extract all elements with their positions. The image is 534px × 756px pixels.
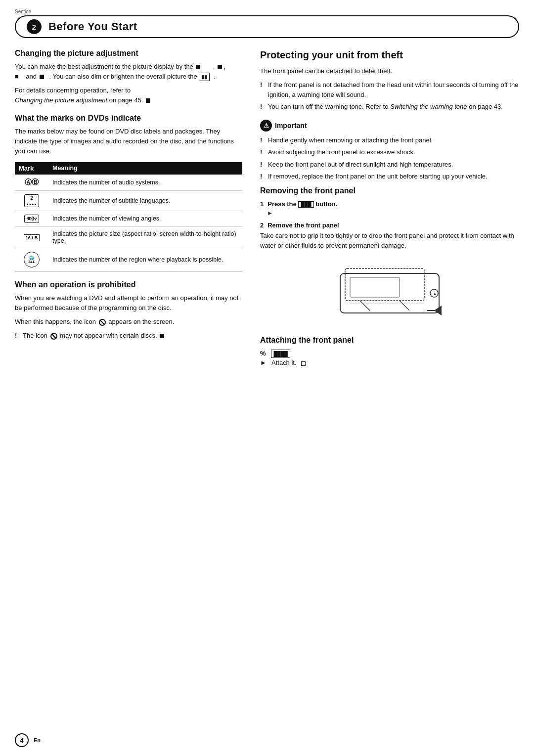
prohibited-title: When an operation is prohibited (15, 280, 242, 289)
col-header-meaning: Meaning (48, 162, 242, 175)
protecting-body: The front panel can be detached to deter… (260, 66, 519, 76)
aspect-icon: 16 LB (24, 234, 40, 241)
mark-audio: ⒶⒷ (15, 175, 48, 191)
important-icon: ⚠ (260, 120, 272, 132)
step-2: 2 Remove the front panel Take care not t… (260, 222, 519, 251)
release-button-icon: ███ (298, 201, 313, 208)
attaching-step-label: % (260, 350, 266, 357)
audio-icon: ⒶⒷ (25, 178, 39, 187)
svg-line-4 (360, 301, 370, 311)
step-2-num: 2 (260, 222, 264, 229)
important-bullets: Handle gently when removing or attaching… (260, 135, 519, 181)
attach-button-icon: ████ (271, 350, 290, 358)
marks-title: What the marks on DVDs indicate (15, 114, 242, 123)
important-label: Important (275, 122, 307, 130)
step-2-text: Remove the front panel (267, 222, 339, 229)
step-1: 1 Press the ███ button. ► (260, 200, 519, 217)
removing-title: Removing the front panel (260, 186, 519, 195)
step-1-sub: ► (260, 210, 519, 217)
table-row: 🌍ALL Indicates the number of the region … (15, 248, 242, 271)
list-item: The icon may not appear with certain dis… (15, 331, 242, 341)
prohibited-notes: The icon may not appear with certain dis… (15, 331, 242, 341)
changing-picture-body: You can make the best adjustment to the … (15, 62, 242, 82)
section-title: Before You Start (48, 20, 137, 33)
table-row: 2●●●● Indicates the number of subtitle l… (15, 190, 242, 211)
svg-text:▲: ▲ (433, 291, 437, 296)
protecting-bullets: If the front panel is not detached from … (260, 80, 519, 112)
attaching-step: % ████ ► Attach it. (260, 349, 519, 368)
marks-section: What the marks on DVDs indicate The mark… (15, 114, 242, 271)
region-icon: 🌍ALL (24, 252, 40, 267)
attaching-section: Attaching the front panel % ████ ► Attac… (260, 336, 519, 368)
page-language-label: En (34, 737, 41, 743)
changing-picture-section: Changing the picture adjustment You can … (15, 49, 242, 106)
svg-line-1 (52, 334, 56, 338)
no-sign-icon (99, 319, 106, 326)
section-number: 2 (27, 19, 42, 34)
meaning-audio: Indicates the number of audio systems. (48, 175, 242, 191)
section-header: 2 Before You Start (15, 15, 519, 38)
meaning-aspect: Indicates the picture size (aspect ratio… (48, 226, 242, 248)
prohibited-body2: When this happens, the icon appears on t… (15, 317, 242, 327)
left-column: Changing the picture adjustment You can … (15, 49, 242, 376)
ctrl-icon-5: ▮▮ (199, 73, 210, 82)
protecting-title: Protecting your unit from theft (260, 49, 519, 61)
prohibited-body1: When you are watching a DVD and attempt … (15, 293, 242, 313)
ctrl-icon-1 (196, 65, 200, 69)
svg-line-5 (400, 301, 409, 311)
two-column-layout: Changing the picture adjustment You can … (15, 49, 519, 376)
attaching-step-2: ► Attach it. (260, 359, 306, 366)
mark-angle: 👁3▿ (15, 211, 48, 226)
removing-section: Removing the front panel 1 Press the ███… (260, 186, 519, 328)
list-item: Avoid subjecting the front panel to exce… (260, 147, 519, 157)
list-item: Handle gently when removing or attaching… (260, 135, 519, 145)
device-illustration: ▲ (320, 259, 459, 328)
end-mark-2 (160, 334, 164, 338)
table-row: 👁3▿ Indicates the number of viewing angl… (15, 211, 242, 226)
col-header-mark: Mark (15, 162, 48, 175)
end-mark-3 (301, 361, 306, 366)
end-mark-1 (146, 98, 150, 103)
right-column: Protecting your unit from theft The fron… (260, 49, 519, 376)
list-item: Keep the front panel out of direct sunli… (260, 160, 519, 170)
angle-icon: 👁3▿ (24, 215, 40, 223)
ctrl-icon-4 (40, 75, 44, 79)
ctrl-icon-2 (218, 65, 222, 69)
important-box: ⚠ Important Handle gently when removing … (260, 120, 519, 181)
meaning-subtitle: Indicates the number of subtitle languag… (48, 190, 242, 211)
list-item: If removed, replace the front panel on t… (260, 172, 519, 181)
switching-ref: Switching the warning tone (390, 103, 467, 110)
list-item: If the front panel is not detached from … (260, 80, 519, 99)
meaning-angle: Indicates the number of viewing angles. (48, 211, 242, 226)
removing-body: Take care not to grip it too tightly or … (260, 231, 519, 251)
protecting-section: Protecting your unit from theft The fron… (260, 49, 519, 112)
step-1-num: 1 (260, 200, 264, 208)
meaning-region: Indicates the number of the region where… (48, 248, 242, 271)
svg-line-0 (100, 320, 104, 324)
page-footer: 4 En (15, 733, 41, 747)
mark-region: 🌍ALL (15, 248, 48, 271)
marks-description: The marks below may be found on DVD disc… (15, 127, 242, 156)
changing-picture-italic-ref: Changing the picture adjustment (15, 96, 107, 104)
mark-subtitle: 2●●●● (15, 190, 48, 211)
page-wrapper: Section 2 Before You Start Changing the … (0, 0, 534, 756)
list-item: You can turn off the warning tone. Refer… (260, 102, 519, 112)
section-label: Section (15, 9, 519, 14)
mark-aspect: 16 LB (15, 226, 48, 248)
ctrl-icon-3: ■ (15, 73, 19, 80)
table-row: ⒶⒷ Indicates the number of audio systems… (15, 175, 242, 191)
changing-picture-page: on page 45. (107, 96, 143, 104)
important-header: ⚠ Important (260, 120, 519, 132)
changing-picture-title: Changing the picture adjustment (15, 49, 242, 58)
step-1-line: 1 Press the ███ button. (260, 200, 519, 208)
subtitle-icon: 2●●●● (24, 194, 40, 207)
svg-rect-8 (350, 277, 400, 297)
marks-table: Mark Meaning ⒶⒷ Indicates the (15, 162, 242, 271)
attaching-title: Attaching the front panel (260, 336, 519, 345)
page-number: 4 (15, 733, 29, 747)
no-sign-icon-2 (50, 333, 57, 340)
table-row: 16 LB Indicates the picture size (aspect… (15, 226, 242, 248)
prohibited-section: When an operation is prohibited When you… (15, 280, 242, 341)
changing-picture-ref: For details concerning operation, refer … (15, 86, 242, 105)
device-svg: ▲ (320, 259, 459, 328)
